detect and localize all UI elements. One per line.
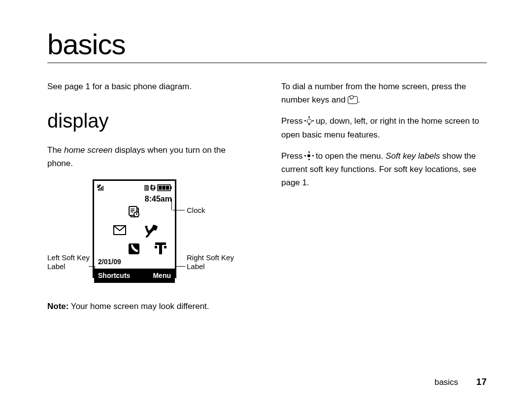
signal-icon [97, 184, 106, 191]
callout-line [89, 266, 95, 278]
soft-key-labels-term: Soft key labels [386, 151, 440, 161]
svg-rect-3 [170, 186, 172, 189]
text: Right Soft Key [187, 253, 234, 262]
status-right-icons [144, 184, 172, 191]
nav-paragraph: Press up, down, left, or right in the ho… [281, 114, 487, 141]
callout-left-softkey: Left Soft Key Label [47, 253, 90, 272]
title-rule [47, 63, 487, 63]
intro-paragraph: See page 1 for a basic phone diagram. [47, 80, 253, 93]
messages-icon [113, 225, 128, 238]
text: Left Soft Key [47, 253, 90, 262]
tmobile-icon [154, 241, 169, 254]
clock-display: 8:45am [94, 193, 175, 206]
text: Label [187, 262, 205, 271]
text: To dial a number from the home screen, p… [281, 82, 466, 104]
text: The [47, 145, 64, 155]
note-paragraph: Note: Your home screen may look differen… [47, 300, 253, 313]
svg-rect-6 [166, 186, 169, 190]
home-screen-paragraph: The home screen displays when you turn o… [47, 143, 253, 170]
right-softkey-label: Menu [153, 270, 171, 281]
home-icons-grid [94, 206, 175, 255]
chapter-title: basics [47, 28, 487, 61]
two-column-layout: See page 1 for a basic phone diagram. di… [47, 80, 487, 321]
svg-rect-15 [155, 246, 157, 248]
svg-rect-14 [155, 242, 166, 245]
recent-calls-icon [128, 206, 142, 219]
center-key-paragraph: Press to open the menu. Soft key labels … [281, 149, 487, 190]
callout-clock: Clock [187, 206, 205, 215]
left-softkey-label: Shortcuts [98, 270, 130, 281]
text: Press [281, 151, 305, 161]
svg-rect-4 [159, 186, 162, 190]
text: . [358, 95, 360, 104]
text: Press [281, 116, 305, 126]
phone-home-screen-diagram: 8:45am [47, 179, 253, 288]
text: Label [47, 262, 66, 271]
softkey-bar: Shortcuts Menu [94, 269, 175, 283]
callout-line [173, 210, 185, 210]
date-display: 2/01/09 [94, 255, 175, 268]
svg-rect-5 [163, 186, 166, 190]
home-screen-term: home screen [64, 145, 112, 155]
nav-key-icon [305, 117, 313, 125]
callout-line [176, 266, 185, 278]
left-column: See page 1 for a basic phone diagram. di… [47, 80, 253, 321]
page-number: 17 [476, 377, 487, 387]
callout-line [171, 199, 172, 210]
svg-rect-16 [164, 246, 166, 248]
phone-screen: 8:45am [93, 179, 176, 278]
center-key-icon [305, 152, 313, 160]
tools-icon [143, 225, 158, 238]
note-label: Note: [47, 302, 68, 311]
send-key-icon [348, 96, 358, 104]
right-column: To dial a number from the home screen, p… [281, 80, 487, 321]
text: Your home screen may look different. [68, 302, 209, 311]
dial-paragraph: To dial a number from the home screen, p… [281, 80, 487, 106]
page-footer: basics 17 [434, 377, 487, 387]
phonebook-icon [128, 242, 142, 255]
svg-rect-0 [144, 186, 148, 190]
callout-right-softkey: Right Soft Key Label [187, 253, 234, 272]
footer-section: basics [434, 377, 458, 387]
status-bar [94, 181, 175, 193]
text: to open the menu. [313, 151, 386, 161]
section-title-display: display [47, 105, 253, 137]
